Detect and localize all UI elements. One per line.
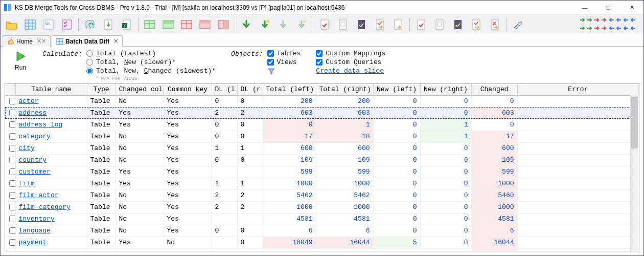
- col-checkbox[interactable]: [5, 84, 15, 95]
- row-checkbox[interactable]: [5, 178, 15, 189]
- radio-total[interactable]: Total (fastest): [86, 50, 216, 57]
- doc-x-right-icon[interactable]: [487, 16, 503, 33]
- col-common-key[interactable]: Common key: [164, 84, 212, 95]
- row-checkbox[interactable]: [5, 131, 15, 142]
- radio-total-new[interactable]: Total, New (slower)*: [86, 58, 216, 66]
- row-checkbox[interactable]: [5, 166, 15, 178]
- create-slice-link[interactable]: Create data slice: [316, 67, 385, 75]
- doc-check-icon[interactable]: [316, 16, 333, 33]
- arrow-cluster-icon[interactable]: [586, 16, 593, 24]
- row-name-link[interactable]: payment: [15, 237, 87, 248]
- row-name-link[interactable]: customer: [15, 166, 87, 178]
- scroll-thumb[interactable]: [631, 97, 638, 148]
- arrow-cluster-icon[interactable]: [593, 16, 601, 24]
- row-name-link[interactable]: address: [15, 107, 87, 119]
- tab-batch-diff[interactable]: Batch Data Diff ✕: [52, 35, 123, 47]
- row-name-link[interactable]: rental: [15, 248, 87, 251]
- row-name-link[interactable]: country: [15, 154, 87, 166]
- grid-red-icon[interactable]: [178, 16, 195, 33]
- arrow-cluster-icon[interactable]: [615, 16, 622, 24]
- arrow-down-gray2-icon[interactable]: [293, 16, 310, 33]
- grid-red2-icon[interactable]: [197, 16, 213, 33]
- doc-blank-right-icon[interactable]: [390, 16, 406, 33]
- row-checkbox[interactable]: [5, 237, 15, 248]
- row-name-link[interactable]: actor: [15, 95, 87, 107]
- table-row[interactable]: film_actorTableNoYes2254625462005460: [5, 189, 639, 201]
- table-row[interactable]: film_categoryTableNoYes2210001000001000: [5, 201, 639, 213]
- row-name-link[interactable]: inventory: [15, 213, 87, 225]
- tables-icon[interactable]: [22, 16, 38, 33]
- col-total-left[interactable]: Total (left): [263, 84, 316, 95]
- sql-script-icon[interactable]: SEL: [40, 16, 57, 33]
- col-total-right[interactable]: Total (right): [316, 84, 373, 95]
- tools-icon[interactable]: [510, 16, 526, 33]
- arrow-cluster-icon[interactable]: [622, 25, 629, 32]
- doc-blank-icon[interactable]: [335, 16, 351, 33]
- row-checkbox[interactable]: [5, 142, 15, 154]
- grid-green2-icon[interactable]: [160, 16, 176, 33]
- table-row[interactable]: rentalTableNoYes16044160440016044: [5, 248, 639, 251]
- col-dlr[interactable]: DL (r: [237, 84, 263, 95]
- close-button[interactable]: ✕: [620, 1, 643, 15]
- arrow-cluster-icon[interactable]: [629, 25, 636, 32]
- table-row[interactable]: countryTableNoYes0010910900109: [5, 154, 639, 166]
- arrow-down-green-icon[interactable]: [238, 16, 255, 33]
- export-excel-icon[interactable]: X: [119, 16, 135, 33]
- arrow-cluster-icon[interactable]: [601, 25, 608, 32]
- row-name-link[interactable]: address_log: [15, 119, 87, 131]
- grid-green-icon[interactable]: [142, 16, 158, 33]
- row-name-link[interactable]: film_actor: [15, 189, 87, 201]
- arrow-cluster-icon[interactable]: [629, 16, 636, 24]
- open-folder-icon[interactable]: [4, 16, 20, 33]
- doc-blank-b-icon[interactable]: [431, 16, 448, 33]
- table-row[interactable]: inventoryTableNoYes45814581004581: [5, 213, 639, 225]
- row-checkbox[interactable]: [5, 95, 15, 107]
- row-name-link[interactable]: language: [15, 225, 87, 237]
- col-type[interactable]: Type: [87, 84, 116, 95]
- arrow-cluster-icon[interactable]: [586, 25, 593, 32]
- doc-check-b-icon[interactable]: [413, 16, 429, 33]
- row-name-link[interactable]: film_category: [15, 201, 87, 213]
- db-refresh-icon[interactable]: [82, 16, 98, 33]
- row-checkbox[interactable]: [5, 119, 15, 131]
- row-checkbox[interactable]: [5, 154, 15, 166]
- arrow-cluster-icon[interactable]: [593, 25, 601, 32]
- row-checkbox[interactable]: [5, 225, 15, 237]
- table-row[interactable]: customerTableYesYes59959900599: [5, 166, 639, 178]
- chk-custom-queries[interactable]: Custom Queries: [316, 58, 385, 66]
- row-name-link[interactable]: city: [15, 142, 87, 154]
- table-row[interactable]: languageTableNoYes0066006: [5, 225, 639, 237]
- arrow-cluster-icon[interactable]: [608, 16, 615, 24]
- row-checkbox[interactable]: [5, 248, 15, 251]
- tab-home[interactable]: Home ✕✕: [3, 35, 51, 47]
- row-checkbox[interactable]: [5, 107, 15, 119]
- table-row[interactable]: categoryTableNoYes0017180117: [5, 131, 639, 142]
- table-row[interactable]: paymentTableYesNo016049160445016044: [5, 237, 639, 248]
- radio-total-new-changed[interactable]: Total, New, Changed (slowest)*: [86, 67, 216, 75]
- arrow-cluster-icon[interactable]: [622, 16, 629, 24]
- arrow-down-green2-icon[interactable]: [257, 16, 273, 33]
- checklist-icon[interactable]: [59, 16, 75, 33]
- arrow-cluster-icon[interactable]: [608, 25, 615, 32]
- export-doc-icon[interactable]: [100, 16, 117, 33]
- col-name[interactable]: Table name: [15, 84, 87, 95]
- doc-check-right-b-icon[interactable]: [468, 16, 485, 33]
- row-name-link[interactable]: film: [15, 178, 87, 189]
- run-button[interactable]: [14, 50, 27, 63]
- col-new-left[interactable]: New (left): [373, 84, 420, 95]
- grid-red3-icon[interactable]: [215, 16, 232, 33]
- doc-check-right-icon[interactable]: [372, 16, 388, 33]
- doc-check-dark-b-icon[interactable]: [450, 16, 466, 33]
- arrow-cluster-icon[interactable]: [601, 16, 608, 24]
- col-dll[interactable]: DL (l: [212, 84, 237, 95]
- arrow-cluster-icon[interactable]: [579, 16, 586, 24]
- table-row[interactable]: filmTableYesYes1110001000001000: [5, 178, 639, 189]
- col-error[interactable]: Error: [517, 84, 639, 95]
- chk-custom-mappings[interactable]: Custom Mappings: [316, 50, 385, 57]
- maximize-button[interactable]: □: [596, 1, 620, 15]
- doc-check-dark-icon[interactable]: [353, 16, 370, 33]
- row-checkbox[interactable]: [5, 189, 15, 201]
- tab-pin-icon[interactable]: ✕✕: [37, 38, 46, 45]
- col-new-right[interactable]: New (right): [420, 84, 471, 95]
- row-name-link[interactable]: category: [15, 131, 87, 142]
